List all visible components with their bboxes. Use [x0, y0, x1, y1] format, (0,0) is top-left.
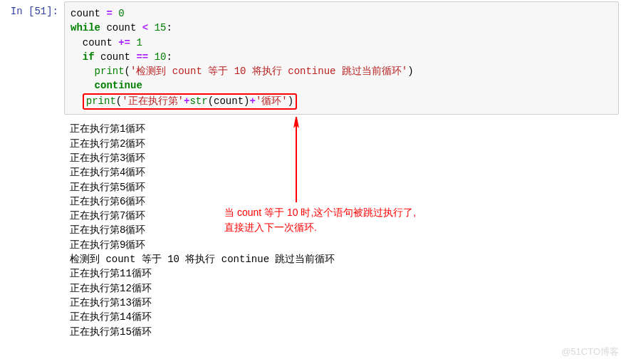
output-line: 正在执行第4循环	[70, 165, 620, 180]
code-cell: In [51]: count = 0 while count < 15: cou…	[0, 0, 626, 115]
watermark: @51CTO博客	[561, 345, 619, 358]
code-line: print('正在执行第'+str(count)+'循环')	[71, 93, 612, 110]
code-line: if count == 10:	[71, 50, 612, 64]
output-line: 正在执行第2循环	[70, 137, 620, 151]
code-input[interactable]: count = 0 while count < 15: count += 1 i…	[64, 1, 619, 115]
output-line: 检测到 count 等于 10 将执行 continue 跳过当前循环	[70, 252, 620, 266]
input-prompt: In [51]:	[0, 1, 64, 17]
output-line: 正在执行第3循环	[70, 151, 620, 165]
code-line: continue	[71, 78, 612, 93]
output-line: 正在执行第12循环	[70, 281, 620, 296]
output-line: 正在执行第11循环	[70, 266, 620, 281]
output-line: 正在执行第5循环	[70, 180, 620, 194]
output-line: 正在执行第15循环	[70, 325, 620, 339]
output-line: 正在执行第13循环	[70, 296, 620, 310]
output-line: 正在执行第14循环	[70, 310, 620, 324]
annotation-text: 当 count 等于 10 时,这个语句被跳过执行了, 直接进入下一次循环.	[224, 205, 416, 235]
highlight-box: print('正在执行第'+str(count)+'循环')	[83, 93, 297, 110]
code-line: print('检测到 count 等于 10 将执行 continue 跳过当前…	[71, 64, 612, 78]
output-line: 正在执行第1循环	[70, 122, 620, 136]
code-line: while count < 15:	[71, 21, 612, 35]
code-line: count += 1	[71, 36, 612, 50]
output-line: 正在执行第9循环	[70, 238, 620, 252]
code-line: count = 0	[71, 6, 612, 21]
